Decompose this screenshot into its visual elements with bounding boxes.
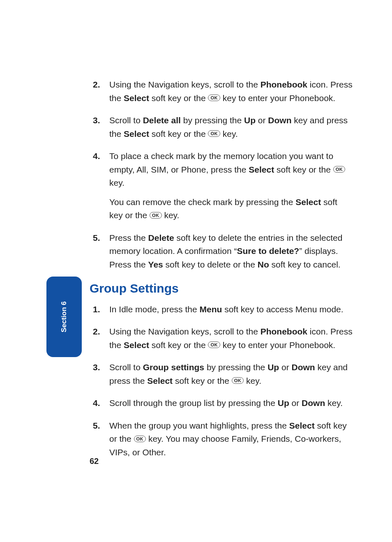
list-item-body: To place a check mark by the memory loca… — [109, 150, 353, 190]
body-text: key. — [109, 178, 125, 187]
body-text: In Idle mode, press the — [109, 304, 199, 314]
page-content: 2.Using the Navigation keys, scroll to t… — [90, 78, 353, 468]
list-item-number: 4. — [93, 150, 100, 163]
list-item-body: Scroll to Delete all by pressing the Up … — [109, 114, 353, 141]
body-text: key to enter your Phonebook. — [220, 340, 335, 350]
list-item-body: Using the Navigation keys, scroll to the… — [109, 78, 353, 105]
list-item-body: When the group you want highlights, pres… — [109, 419, 353, 459]
bold-text: Select — [124, 129, 149, 138]
body-text: soft key to cancel. — [269, 260, 341, 269]
list-item-number: 5. — [93, 231, 100, 245]
list-item: 2.Using the Navigation keys, scroll to t… — [109, 325, 353, 352]
bold-text: Menu — [199, 304, 222, 314]
bold-text: No — [258, 260, 269, 269]
list-item-body: Using the Navigation keys, scroll to the… — [109, 325, 353, 352]
list-item-body: Scroll to Group settings by pressing the… — [109, 361, 353, 387]
body-text: Scroll to — [109, 115, 143, 125]
list-item-number: 2. — [93, 325, 100, 339]
list-item: 3.Scroll to Delete all by pressing the U… — [109, 114, 353, 141]
body-text: Scroll to — [109, 362, 143, 372]
body-text: Scroll through the group list by pressin… — [109, 398, 278, 408]
body-text: soft key or the — [149, 129, 208, 138]
ok-key-icon: OK — [208, 341, 220, 348]
list-item: 1.In Idle mode, press the Menu soft key … — [109, 303, 353, 316]
bold-text: Select — [295, 197, 321, 207]
ok-key-icon: OK — [208, 95, 220, 101]
body-text: Using the Navigation keys, scroll to the — [109, 327, 261, 336]
list-item-number: 5. — [93, 419, 100, 433]
bold-text: Sure to delete? — [237, 246, 299, 256]
list-item-body: Press the Delete soft key to delete the … — [109, 231, 353, 272]
list-item-number: 4. — [93, 397, 100, 410]
bold-text: Up — [267, 362, 279, 372]
list-item-number: 1. — [93, 303, 100, 316]
ok-key-icon: OK — [150, 212, 162, 219]
list-item-number: 3. — [93, 361, 100, 374]
list-item: 4.Scroll through the group list by press… — [109, 397, 353, 410]
body-text: soft key to delete or the — [163, 260, 258, 269]
list-item-extra: You can remove the check mark by pressin… — [109, 196, 353, 222]
bold-text: Yes — [148, 260, 163, 269]
bold-text: Select — [147, 376, 173, 385]
body-text: Press the — [109, 233, 148, 242]
bold-text: Delete all — [143, 115, 181, 125]
body-text: key to enter your Phonebook. — [220, 93, 335, 103]
body-text: key. — [162, 210, 180, 220]
bold-text: Down — [302, 398, 325, 408]
list-item: 5.Press the Delete soft key to delete th… — [109, 231, 353, 272]
bold-text: Up — [244, 115, 256, 125]
bold-text: Phonebook — [261, 327, 307, 336]
list-item-number: 2. — [93, 78, 100, 92]
body-text: key. — [325, 398, 343, 408]
bold-text: Select — [124, 93, 149, 103]
page-number: 62 — [90, 457, 99, 466]
body-text: When the group you want highlights, pres… — [109, 421, 289, 430]
body-text: You can remove the check mark by pressin… — [109, 197, 295, 207]
body-text: by pressing the — [204, 362, 267, 372]
body-text: or — [289, 398, 302, 408]
bold-text: Down — [268, 115, 291, 125]
list-item: 2.Using the Navigation keys, scroll to t… — [109, 78, 353, 105]
ok-key-icon: OK — [232, 377, 244, 384]
body-text: Using the Navigation keys, scroll to the — [109, 80, 261, 89]
bold-text: Select — [124, 340, 149, 350]
bold-text: Phonebook — [261, 80, 307, 89]
body-text: by pressing the — [181, 115, 244, 125]
bold-text: Down — [291, 362, 315, 372]
bold-text: Delete — [148, 233, 174, 242]
body-text: soft key or the — [173, 376, 232, 385]
body-text: soft key or the — [274, 165, 333, 174]
instruction-list-bottom: 1.In Idle mode, press the Menu soft key … — [90, 303, 353, 459]
ok-key-icon: OK — [208, 130, 220, 137]
body-text: or — [256, 115, 268, 125]
list-item-body: In Idle mode, press the Menu soft key to… — [109, 303, 353, 316]
list-item-number: 3. — [93, 114, 100, 127]
bold-text: Up — [278, 398, 289, 408]
instruction-list-top: 2.Using the Navigation keys, scroll to t… — [90, 78, 353, 272]
body-text: soft key or the — [149, 93, 208, 103]
section-heading: Group Settings — [90, 281, 353, 295]
body-text: key. — [244, 376, 261, 385]
section-side-tab: Section 6 — [46, 277, 82, 357]
section-side-tab-label: Section 6 — [60, 301, 68, 332]
bold-text: Group settings — [143, 362, 204, 372]
body-text: soft key to access Menu mode. — [222, 304, 343, 314]
ok-key-icon: OK — [134, 436, 146, 442]
bold-text: Select — [249, 165, 274, 174]
list-item-body: Scroll through the group list by pressin… — [109, 397, 353, 410]
list-item: 3.Scroll to Group settings by pressing t… — [109, 361, 353, 387]
body-text: or — [279, 362, 291, 372]
ok-key-icon: OK — [333, 166, 346, 173]
bold-text: Select — [289, 421, 315, 430]
body-text: soft key or the — [149, 340, 208, 350]
list-item: 4.To place a check mark by the memory lo… — [109, 150, 353, 222]
body-text: key. — [220, 129, 238, 138]
list-item: 5.When the group you want highlights, pr… — [109, 419, 353, 459]
